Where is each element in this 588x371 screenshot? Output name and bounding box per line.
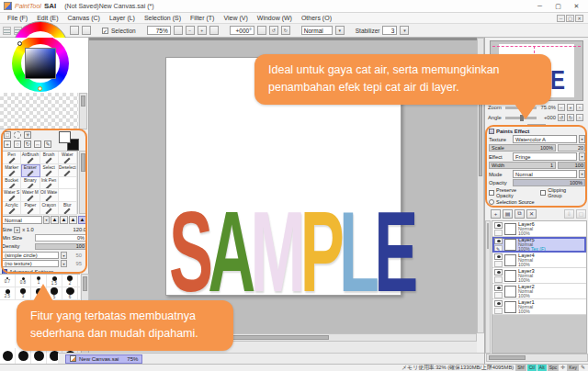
- tool-water-m[interactable]: Water M: [21, 189, 40, 202]
- tool-deselect[interactable]: Deselect: [59, 164, 77, 177]
- zoom-in-button[interactable]: +: [198, 26, 207, 35]
- size-preset-2.5[interactable]: 2.5: [0, 287, 16, 299]
- texture-scale-slider[interactable]: Scale 100%: [489, 144, 556, 152]
- angle-value-box[interactable]: +000°: [230, 26, 254, 35]
- stabilizer-dropdown-icon[interactable]: ▾: [400, 26, 409, 35]
- size-preset-6[interactable]: 6: [62, 287, 78, 299]
- redo-button[interactable]: [82, 26, 91, 35]
- mdi-minimize-icon[interactable]: ─: [557, 15, 565, 22]
- texture-select[interactable]: Watercolor A: [513, 135, 577, 143]
- layer-row-layer4[interactable]: Layer4Normal100%: [492, 253, 586, 268]
- tool-marker[interactable]: Marker: [3, 164, 21, 177]
- size-preset-2[interactable]: 2: [62, 275, 78, 287]
- menu-canvas[interactable]: Canvas (C): [63, 13, 105, 24]
- rotate-cw-button[interactable]: ↻: [281, 26, 290, 35]
- layer-row-layer1[interactable]: Layer1Normal100%: [492, 299, 586, 315]
- tool-oil-wate[interactable]: Oil Wate: [40, 189, 59, 202]
- preserve-opacity-checkbox[interactable]: Preserve Opacity: [489, 187, 534, 198]
- size-preset-large[interactable]: [0, 348, 16, 364]
- nav-zoom-in-icon[interactable]: +: [567, 104, 574, 111]
- layer-thumbnail[interactable]: [504, 270, 516, 282]
- layer-row-layer2[interactable]: Layer2Normal100%: [492, 284, 586, 299]
- effect-width-number[interactable]: 100: [558, 162, 585, 169]
- magic-wand-icon[interactable]: ✳: [24, 131, 31, 139]
- rotate-ccw-button[interactable]: ↺: [269, 26, 278, 35]
- tool-acrylic[interactable]: Acrylic: [3, 202, 21, 215]
- rotate-view-icon[interactable]: ↻: [24, 141, 31, 148]
- scratchpad-area[interactable]: [0, 93, 78, 129]
- scratchpad-scrollbar[interactable]: [79, 93, 87, 129]
- visibility-eye-icon[interactable]: [494, 238, 503, 244]
- nav-rotate-cw-icon[interactable]: ↻: [567, 114, 574, 121]
- menu-selection[interactable]: Selection (S): [140, 13, 186, 24]
- layer-opacity-slider[interactable]: 100%: [513, 179, 585, 186]
- eyedropper-icon[interactable]: ✎: [44, 141, 51, 148]
- hue-marker[interactable]: [17, 41, 22, 46]
- brush-shape-select[interactable]: (simple circle): [2, 252, 59, 259]
- visibility-eye-icon[interactable]: [494, 300, 503, 307]
- rect-select-icon[interactable]: □: [4, 131, 11, 139]
- nav-rotate-ccw-icon[interactable]: ↺: [558, 114, 565, 121]
- visibility-eye-icon[interactable]: [494, 285, 503, 291]
- brush-edge-soft[interactable]: ▲: [60, 216, 68, 224]
- visibility-eye-icon[interactable]: [494, 269, 503, 275]
- tool-water-s[interactable]: Water S: [3, 189, 21, 202]
- clipping-group-checkbox[interactable]: Clipping Group: [540, 187, 581, 198]
- tool-brush[interactable]: Brush: [40, 152, 59, 164]
- layer-thumbnail[interactable]: [504, 286, 516, 298]
- nav-zoom-reset-icon[interactable]: ▫: [576, 104, 583, 111]
- blend-mode-select[interactable]: Normal: [301, 26, 333, 35]
- effect-width-slider[interactable]: Width 1: [489, 162, 556, 169]
- layer-row-layer6[interactable]: Layer6Normal100%: [492, 221, 586, 237]
- blend-mode-dropdown-icon[interactable]: ▾: [335, 26, 345, 35]
- tool-bucket[interactable]: Bucket: [3, 177, 21, 190]
- tool-ink-pen[interactable]: Ink Pen: [40, 177, 59, 190]
- lasso-select-icon[interactable]: [14, 131, 21, 139]
- close-button[interactable]: ✕: [569, 1, 584, 12]
- minimize-button[interactable]: ─: [532, 1, 548, 12]
- tool-airbrush[interactable]: AirBrush: [21, 152, 40, 164]
- zoom-out-button[interactable]: −: [186, 26, 195, 35]
- rotate-reset-button[interactable]: [257, 26, 266, 35]
- clear-layer-button[interactable]: ▢: [576, 209, 586, 219]
- texture-dropdown-icon[interactable]: ▾: [579, 135, 585, 143]
- saturation-value-square[interactable]: [25, 48, 56, 79]
- selection-source-checkbox[interactable]: Selection Source: [489, 199, 535, 205]
- tool-water[interactable]: Water: [59, 152, 77, 164]
- layer-thumbnail[interactable]: [504, 254, 516, 266]
- density-slider[interactable]: 100: [35, 243, 86, 250]
- duplicate-layer-button[interactable]: ⧉: [514, 209, 525, 219]
- size-value[interactable]: 120.0: [73, 227, 86, 232]
- layer-row-layer5[interactable]: ✎Layer5Normal100% Tex (F): [492, 237, 586, 253]
- size-preset-3[interactable]: 3: [16, 287, 31, 299]
- layer-thumbnail[interactable]: [504, 239, 516, 251]
- texture-scale-number[interactable]: 20: [558, 144, 585, 152]
- undo-button[interactable]: [70, 26, 79, 35]
- zoom-value-box[interactable]: 75%: [147, 26, 171, 35]
- brush-blend-select[interactable]: Normal: [2, 216, 42, 224]
- brush-blend-dropdown-icon[interactable]: ▾: [43, 216, 50, 224]
- size-unit-button[interactable]: ▾: [14, 227, 20, 233]
- sv-marker[interactable]: [38, 86, 42, 91]
- effect-dropdown-icon[interactable]: ▾: [579, 152, 585, 161]
- effect-select[interactable]: Fringe: [513, 152, 577, 161]
- document-tab[interactable]: New Canvas.sai 75%: [65, 354, 142, 364]
- maximize-button[interactable]: ▢: [550, 1, 566, 12]
- layer-mode-select[interactable]: Normal: [513, 170, 577, 178]
- min-size-value[interactable]: 0%: [35, 234, 86, 242]
- nav-rotate-reset-icon[interactable]: ▫: [576, 114, 583, 121]
- size-preset-0.8[interactable]: 0.8: [16, 275, 31, 287]
- layer-thumbnail[interactable]: [504, 301, 516, 313]
- tool-blur[interactable]: Blur: [59, 202, 77, 215]
- layer-thumbnail[interactable]: [504, 223, 516, 235]
- menu-file[interactable]: File (F): [3, 13, 32, 24]
- delete-layer-button[interactable]: ✕: [526, 209, 537, 219]
- brush-texture-dropdown-icon[interactable]: ▾: [61, 260, 67, 267]
- menu-layer[interactable]: Layer (L): [105, 13, 140, 24]
- move-tool-icon[interactable]: +: [4, 141, 11, 148]
- zoom-reset-button[interactable]: [174, 26, 183, 35]
- rgb-slider-icon[interactable]: [3, 27, 11, 35]
- merge-down-button[interactable]: ⇩: [564, 209, 574, 219]
- new-layer-button[interactable]: +: [491, 209, 501, 219]
- brush-texture-select[interactable]: (no texture): [2, 260, 59, 267]
